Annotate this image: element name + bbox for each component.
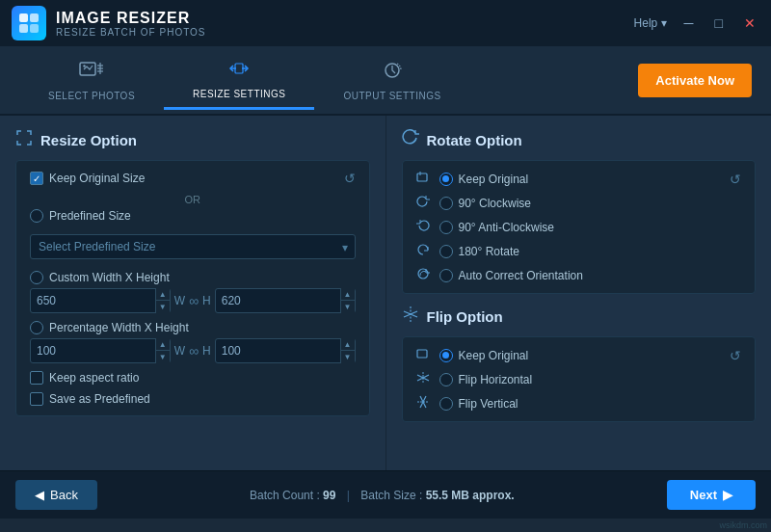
custom-wh-inputs: ▲ ▼ W ∞ H ▲ ▼ [30,288,356,313]
resize-option-title: Resize Option [15,129,370,150]
pct-width-input[interactable] [31,344,155,358]
flip-vertical-icon [416,395,434,412]
predefined-size-select[interactable]: Select Predefined Size [30,234,356,259]
custom-wh-radio[interactable] [30,271,43,284]
keep-aspect-ratio-label: Keep aspect ratio [49,371,139,385]
title-bar: IMAGE RESIZER RESIZE BATCH OF PHOTOS Hel… [0,0,771,46]
flip-options-card: Keep Original ↺ Flip Horizontal [402,336,757,422]
back-label: Back [50,488,78,502]
back-button[interactable]: ◀ Back [15,480,97,510]
custom-width-input[interactable] [31,294,155,307]
next-label: Next [690,488,717,502]
flip-horizontal-radio[interactable] [439,373,453,386]
percentage-wh-radio[interactable] [30,321,43,334]
keep-original-size-row: Keep Original Size ↺ [30,171,356,186]
keep-original-size-checkbox[interactable] [30,172,43,185]
rotate-180-icon [416,243,434,259]
custom-height-input[interactable] [216,294,340,307]
flip-vertical-radio[interactable] [439,397,453,411]
tab-resize-settings[interactable]: RESIZE SETTINGS [164,50,314,110]
rotate-90acw-label: 90° Anti-Clockwise [459,221,555,234]
save-predefined-row: Save as Predefined [30,392,356,406]
pct-height-up[interactable]: ▲ [341,338,355,351]
rotate-options-card: Keep Original ↺ 90° Clockwise [402,160,757,294]
main-content: Resize Option Keep Original Size ↺ OR Pr… [0,116,771,470]
svg-rect-18 [417,350,427,358]
pct-w-label: W [174,344,185,358]
watermark: wsikdm.com [719,520,767,530]
svg-rect-12 [235,64,243,73]
custom-infinity-symbol: ∞ [189,293,199,308]
custom-width-spinners: ▲ ▼ [155,288,170,313]
rotate-180-label: 180° Rotate [459,245,520,258]
activate-now-button[interactable]: Activate Now [638,64,752,97]
minimize-button[interactable]: ─ [680,13,698,33]
predefined-size-label: Predefined Size [49,209,131,223]
rotate-90cw-icon [416,195,434,211]
predefined-size-radio[interactable] [30,209,43,223]
rotate-keep-original-radio[interactable] [439,173,453,186]
rotate-90acw-radio[interactable] [439,221,453,234]
flip-vertical-row: Flip Vertical [416,395,742,412]
rotate-90acw-icon [416,219,434,235]
pct-height-down[interactable]: ▼ [341,351,355,363]
svg-rect-3 [30,24,39,33]
custom-width-up[interactable]: ▲ [156,288,170,301]
percentage-wh-row: Percentage Width X Height [30,321,356,334]
save-predefined-checkbox[interactable] [30,392,43,406]
rotate-option-title: Rotate Option [402,129,757,150]
rotate-auto-radio[interactable] [439,269,453,282]
app-logo [12,6,46,40]
rotate-180-radio[interactable] [439,245,453,258]
keep-original-size-label: Keep Original Size [49,172,145,185]
pct-width-up[interactable]: ▲ [156,338,170,351]
svg-rect-0 [19,13,28,22]
app-title-group: IMAGE RESIZER RESIZE BATCH OF PHOTOS [56,10,634,38]
tab-output-settings-label: OUTPUT SETTINGS [343,91,440,101]
or-divider: OR [30,194,356,205]
custom-height-input-wrap: ▲ ▼ [215,288,356,313]
custom-height-up[interactable]: ▲ [341,288,355,301]
resize-reset-icon[interactable]: ↺ [344,171,356,186]
custom-height-spinners: ▲ ▼ [340,288,355,313]
close-button[interactable]: ✕ [740,13,759,33]
keep-aspect-ratio-row: Keep aspect ratio [30,371,356,385]
percentage-wh-inputs: ▲ ▼ W ∞ H ▲ ▼ [30,338,356,363]
batch-size-value: 55.5 MB approx. [426,489,515,502]
flip-keep-original-row: Keep Original ↺ [416,347,742,363]
custom-h-label: H [202,294,211,307]
back-arrow-icon: ◀ [35,488,44,502]
rotate-90cw-row: 90° Clockwise [416,195,742,211]
pct-h-label: H [202,344,211,358]
flip-horizontal-row: Flip Horizontal [416,371,742,387]
predefined-size-select-wrapper: Select Predefined Size [30,230,356,265]
percentage-wh-label: Percentage Width X Height [49,321,189,334]
keep-aspect-ratio-checkbox[interactable] [30,371,43,385]
rotate-keep-original-row: Keep Original ↺ [416,171,742,187]
right-panel: Rotate Option Keep Original ↺ [386,116,772,470]
custom-wh-row: Custom Width X Height [30,271,356,284]
rotate-auto-icon [416,267,434,283]
rotate-reset-icon[interactable]: ↺ [730,172,741,187]
custom-height-down[interactable]: ▼ [341,301,355,313]
tab-select-photos[interactable]: SELECT PHOTOS [19,52,164,109]
rotate-keep-original-label: Keep Original [459,173,529,186]
rotate-90cw-label: 90° Clockwise [459,197,532,210]
maximize-button[interactable]: □ [711,13,727,33]
flip-reset-icon[interactable]: ↺ [730,348,741,363]
pct-width-down[interactable]: ▼ [156,351,170,363]
svg-rect-14 [417,173,427,181]
next-button[interactable]: Next ▶ [667,480,756,510]
save-predefined-label: Save as Predefined [49,392,150,406]
flip-keep-original-radio[interactable] [439,349,453,362]
rotate-auto-label: Auto Correct Orientation [459,269,583,282]
tab-output-settings[interactable]: OUTPUT SETTINGS [314,52,469,109]
svg-rect-1 [30,13,39,22]
rotate-90cw-radio[interactable] [439,197,453,210]
custom-width-down[interactable]: ▼ [156,301,170,313]
pct-height-input[interactable] [216,344,340,358]
help-menu[interactable]: Help ▾ [634,16,667,30]
pct-height-input-wrap: ▲ ▼ [215,338,356,363]
bottom-bar: ◀ Back Batch Count : 99 | Batch Size : 5… [0,470,771,519]
flip-horizontal-label: Flip Horizontal [459,373,533,386]
